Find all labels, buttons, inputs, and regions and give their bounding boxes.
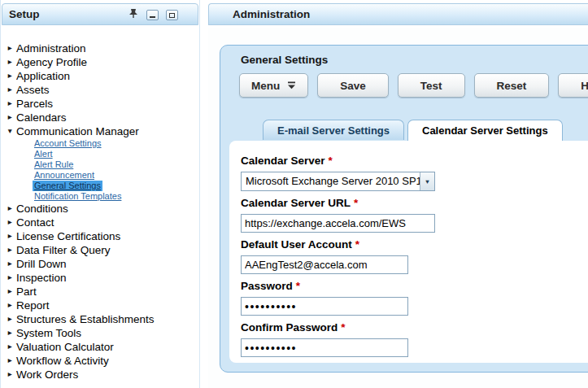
menu-button-label: Menu xyxy=(251,80,280,92)
tree-item-label: Application xyxy=(16,70,70,82)
tab-e-mail-server-settings[interactable]: E-mail Server Settings xyxy=(263,120,404,140)
collapsed-arrow-icon[interactable]: ► xyxy=(7,244,16,256)
tree-item-label: Assets xyxy=(16,84,50,96)
collapsed-arrow-icon[interactable]: ► xyxy=(7,313,16,325)
tab-calendar-server-settings[interactable]: Calendar Server Settings xyxy=(407,120,563,141)
menu-button[interactable]: Menu xyxy=(239,73,308,98)
tree-subitem-notification-templates[interactable]: Notification Templates xyxy=(33,191,123,202)
administration-title: Administration xyxy=(233,8,310,20)
required-marker: * xyxy=(296,280,300,292)
help-button[interactable]: Help xyxy=(558,73,588,98)
tree-subitem-general-settings[interactable]: General Settings xyxy=(33,181,102,191)
tree-item-application[interactable]: ►Application xyxy=(1,69,199,83)
tree-item-parcels[interactable]: ►Parcels xyxy=(1,97,199,111)
collapsed-arrow-icon[interactable]: ► xyxy=(7,56,16,68)
setup-panel-title: Setup xyxy=(9,8,40,20)
maximize-icon[interactable] xyxy=(166,10,178,20)
tree-item-label: Parcels xyxy=(16,98,53,110)
menu-dropdown-icon xyxy=(287,81,296,89)
tree-item-license-certifications[interactable]: ►License Certifications xyxy=(1,229,199,243)
setup-window-controls xyxy=(128,7,178,22)
tree-item-label: Inspection xyxy=(16,272,67,284)
pin-icon[interactable] xyxy=(128,7,139,22)
collapsed-arrow-icon[interactable]: ► xyxy=(7,299,16,312)
expanded-arrow-icon[interactable]: ▼ xyxy=(7,125,16,137)
collapsed-arrow-icon[interactable]: ► xyxy=(7,216,16,229)
tree-item-workflow-activity[interactable]: ►Workflow & Activity xyxy=(1,354,199,368)
form-field-default-user-account: Default User Account* xyxy=(241,238,588,274)
tree-item-label: Administration xyxy=(16,42,86,54)
tree-item-label: Contact xyxy=(16,216,54,229)
collapsed-arrow-icon[interactable]: ► xyxy=(7,42,16,54)
tree-item-part[interactable]: ►Part xyxy=(1,285,199,299)
tree-subitem-announcement[interactable]: Announcement xyxy=(33,170,96,181)
tab-content: Calendar Server*Microsoft Exchange Serve… xyxy=(229,141,588,363)
collapsed-arrow-icon[interactable]: ► xyxy=(7,111,16,124)
collapsed-arrow-icon[interactable]: ► xyxy=(7,272,16,284)
password-input[interactable] xyxy=(241,297,408,316)
confirm-password-input[interactable] xyxy=(241,338,408,357)
calendar-server-select[interactable]: Microsoft Exchange Server 2010 SP1▼ xyxy=(241,172,435,191)
required-marker: * xyxy=(329,155,333,167)
tree-item-label: Drill Down xyxy=(16,258,67,270)
test-button[interactable]: Test xyxy=(398,73,465,98)
tree-item-work-orders[interactable]: ►Work Orders xyxy=(1,368,199,381)
tree-item-label: Work Orders xyxy=(16,368,78,381)
collapsed-arrow-icon[interactable]: ► xyxy=(7,84,16,96)
collapsed-arrow-icon[interactable]: ► xyxy=(7,258,16,270)
tree-subitem-alert-rule[interactable]: Alert Rule xyxy=(33,159,75,170)
form-field-calendar-server-url: Calendar Server URL* xyxy=(241,197,588,233)
form-field-password: Password* xyxy=(241,280,588,316)
collapsed-arrow-icon[interactable]: ► xyxy=(7,230,16,242)
tree-item-label: Calendars xyxy=(16,111,67,124)
administration-header: Administration xyxy=(208,3,588,25)
field-label-text: Default User Account xyxy=(241,238,352,251)
collapsed-arrow-icon[interactable]: ► xyxy=(7,286,16,298)
tree-item-agency-profile[interactable]: ►Agency Profile xyxy=(1,55,199,69)
tree-item-valuation-calculator[interactable]: ►Valuation Calculator xyxy=(1,340,199,354)
tree-item-administration[interactable]: ►Administration xyxy=(1,41,199,55)
tree-item-drill-down[interactable]: ►Drill Down xyxy=(1,257,199,271)
collapsed-arrow-icon[interactable]: ► xyxy=(7,98,16,110)
tree-subitem-account-settings[interactable]: Account Settings xyxy=(33,138,103,149)
tree-item-data-filter-query[interactable]: ►Data Filter & Query xyxy=(1,243,199,257)
field-label: Confirm Password* xyxy=(241,321,588,334)
tree-item-label: Data Filter & Query xyxy=(16,244,111,256)
required-marker: * xyxy=(355,238,359,251)
calendar-settings-form: Calendar Server*Microsoft Exchange Serve… xyxy=(229,141,588,357)
tree-item-report[interactable]: ►Report xyxy=(1,299,199,312)
form-field-confirm-password: Confirm Password* xyxy=(241,321,588,357)
calendar-server-url-input[interactable] xyxy=(241,214,435,233)
tree-subitem-alert[interactable]: Alert xyxy=(33,149,54,159)
section-title: General Settings xyxy=(241,54,588,67)
collapsed-arrow-icon[interactable]: ► xyxy=(7,341,16,353)
toolbar: MenuSaveTestResetHelp xyxy=(239,73,588,98)
save-button[interactable]: Save xyxy=(317,73,389,98)
general-settings-panel: General Settings MenuSaveTestResetHelp E… xyxy=(220,45,588,373)
collapsed-arrow-icon[interactable]: ► xyxy=(7,327,16,339)
collapsed-arrow-icon[interactable]: ► xyxy=(7,203,16,215)
tree-item-assets[interactable]: ►Assets xyxy=(1,83,199,97)
tree-item-label: System Tools xyxy=(16,327,81,339)
tree-item-calendars[interactable]: ►Calendars xyxy=(1,111,199,124)
default-user-account-input[interactable] xyxy=(241,255,408,274)
collapsed-arrow-icon[interactable]: ► xyxy=(7,355,16,367)
tree-item-contact[interactable]: ►Contact xyxy=(1,216,199,229)
collapsed-arrow-icon[interactable]: ► xyxy=(7,368,16,381)
tree-item-conditions[interactable]: ►Conditions xyxy=(1,202,199,216)
field-label: Password* xyxy=(241,280,588,292)
tree-item-label: License Certifications xyxy=(16,230,120,242)
administration-panel: Administration General Settings MenuSave… xyxy=(208,0,588,388)
field-label: Default User Account* xyxy=(241,238,588,251)
minimize-icon[interactable] xyxy=(146,10,159,20)
tree-item-label: Conditions xyxy=(16,203,68,215)
tree-item-system-tools[interactable]: ►System Tools xyxy=(1,326,199,340)
tree-item-label: Valuation Calculator xyxy=(16,341,114,353)
form-field-calendar-server: Calendar Server*Microsoft Exchange Serve… xyxy=(241,155,588,191)
reset-button[interactable]: Reset xyxy=(474,73,550,98)
tree-item-inspection[interactable]: ►Inspection xyxy=(1,271,199,285)
collapsed-arrow-icon[interactable]: ► xyxy=(7,70,16,82)
tree-item-structures-establishments[interactable]: ►Structures & Establishments xyxy=(1,312,199,326)
tree-item-communication-manager[interactable]: ▼Communication Manager xyxy=(1,124,199,138)
required-marker: * xyxy=(341,321,345,334)
